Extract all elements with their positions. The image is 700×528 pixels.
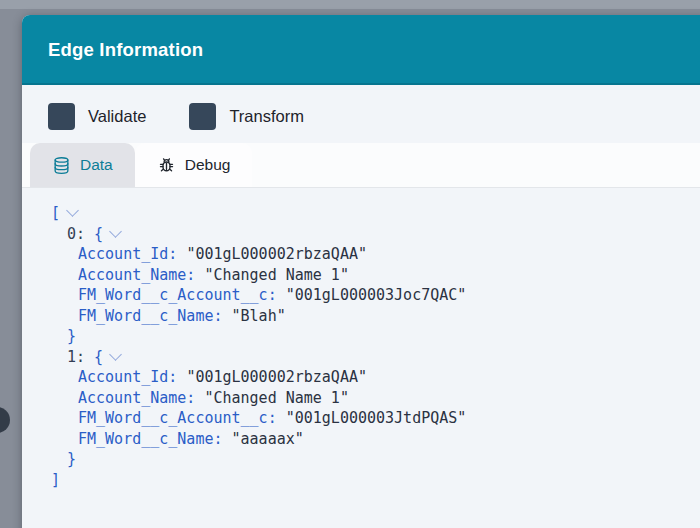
json-token-bracket: {	[94, 348, 103, 366]
flow-canvas: Edge Information ValidateTransform DataD…	[0, 0, 700, 528]
json-token-key: Account_Id:	[78, 245, 186, 263]
node-handle[interactable]	[0, 407, 10, 433]
canvas-top-strip	[0, 0, 700, 9]
json-token-bracket: }	[67, 327, 76, 345]
checkbox-validate[interactable]	[48, 103, 75, 130]
json-token-key: Account_Name:	[78, 389, 204, 407]
json-line: Account_Name: "Changed Name 1"	[51, 265, 692, 286]
json-token-key: FM_Word__c_Account__c:	[78, 286, 286, 304]
tab-debug[interactable]: Debug	[135, 143, 253, 187]
json-line: FM_Word__c_Account__c: "001gL000003JtdPQ…	[51, 408, 692, 429]
json-line: FM_Word__c_Name: "aaaaax"	[51, 429, 692, 450]
json-token-value: "Changed Name 1"	[204, 389, 349, 407]
json-line: 0: {	[51, 224, 692, 245]
checkbox-label: Transform	[229, 107, 304, 126]
tab-label: Data	[80, 156, 113, 174]
panel-header: Edge Information	[22, 15, 700, 85]
json-token-value: "001gL000002rbzaQAA"	[186, 245, 367, 263]
json-line: }	[51, 449, 692, 470]
database-icon	[52, 156, 71, 175]
json-token-key: FM_Word__c_Account__c:	[78, 409, 286, 427]
json-token-key: Account_Name:	[78, 266, 204, 284]
tab-data[interactable]: Data	[30, 143, 135, 187]
collapse-chevron-icon[interactable]	[66, 204, 79, 217]
json-token-bracket: ]	[51, 471, 60, 489]
tab-label: Debug	[185, 156, 231, 174]
json-token-value: "001gL000003Joc7QAC"	[286, 286, 467, 304]
json-token-bracket: {	[94, 225, 103, 243]
json-token-key: FM_Word__c_Name:	[78, 307, 232, 325]
checkbox-group-transform: Transform	[189, 103, 304, 130]
json-line: Account_Name: "Changed Name 1"	[51, 388, 692, 409]
json-token-index: 1:	[67, 348, 94, 366]
json-token-value: "001gL000002rbzaQAA"	[186, 368, 367, 386]
json-line: FM_Word__c_Name: "Blah"	[51, 306, 692, 327]
collapse-chevron-icon[interactable]	[109, 348, 122, 361]
json-line: Account_Id: "001gL000002rbzaQAA"	[51, 367, 692, 388]
json-line: ]	[51, 470, 692, 491]
json-line: [	[51, 203, 692, 224]
json-line: Account_Id: "001gL000002rbzaQAA"	[51, 244, 692, 265]
checkbox-transform[interactable]	[189, 103, 216, 130]
json-token-value: "001gL000003JtdPQAS"	[286, 409, 467, 427]
bug-icon	[157, 156, 176, 175]
json-token-index: 0:	[67, 225, 94, 243]
collapse-chevron-icon[interactable]	[109, 225, 122, 238]
tab-bar: DataDebug	[22, 143, 700, 188]
json-line: FM_Word__c_Account__c: "001gL000003Joc7Q…	[51, 285, 692, 306]
checkbox-label: Validate	[88, 107, 146, 126]
json-token-bracket: [	[51, 204, 60, 222]
json-token-value: "Changed Name 1"	[204, 266, 349, 284]
json-line: }	[51, 326, 692, 347]
toolbar: ValidateTransform	[22, 85, 700, 143]
json-token-value: "aaaaax"	[232, 430, 304, 448]
json-line: 1: {	[51, 347, 692, 368]
json-token-value: "Blah"	[232, 307, 286, 325]
json-token-key: Account_Id:	[78, 368, 186, 386]
json-viewer: [0: {Account_Id: "001gL000002rbzaQAA"Acc…	[22, 188, 700, 510]
json-token-key: FM_Word__c_Name:	[78, 430, 232, 448]
edge-information-panel: Edge Information ValidateTransform DataD…	[22, 15, 700, 528]
json-token-bracket: }	[67, 450, 76, 468]
panel-title: Edge Information	[48, 39, 203, 61]
checkbox-group-validate: Validate	[48, 103, 146, 130]
